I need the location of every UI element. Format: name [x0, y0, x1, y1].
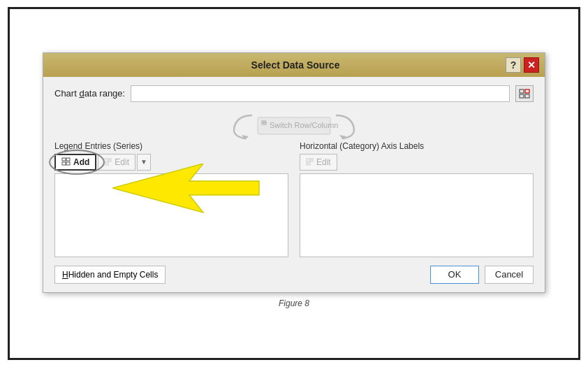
axis-toolbar: Edit — [300, 154, 534, 171]
axis-list — [300, 173, 534, 257]
svg-rect-1 — [525, 89, 529, 93]
ok-button[interactable]: OK — [430, 266, 479, 284]
svg-rect-0 — [520, 89, 524, 93]
curved-arrows-row: Switch Row/Column — [54, 112, 534, 140]
add-series-button[interactable]: Add — [54, 154, 96, 171]
legend-list — [54, 173, 288, 257]
close-button[interactable]: ✕ — [524, 57, 539, 73]
axis-label: Horizontal (Category) Axis Labels — [300, 141, 534, 151]
svg-rect-20 — [307, 163, 310, 165]
dialog-body: Chart data range: — [43, 77, 545, 292]
svg-rect-3 — [525, 94, 529, 98]
svg-rect-12 — [66, 158, 70, 161]
figure-label: Figure 8 — [279, 298, 309, 308]
page-wrapper: Select Data Source ? ✕ Chart data range: — [8, 7, 580, 360]
svg-rect-14 — [66, 162, 70, 165]
ok-cancel-group: OK Cancel — [430, 266, 534, 284]
data-range-row: Chart data range: — [54, 85, 534, 102]
svg-rect-2 — [520, 94, 524, 98]
dialog-title: Select Data Source — [85, 59, 506, 71]
svg-marker-5 — [339, 135, 346, 140]
svg-text:Switch Row/Column: Switch Row/Column — [270, 121, 338, 129]
series-down-button[interactable]: ▼ — [137, 154, 151, 171]
two-panels: Legend Entries (Series) — [54, 141, 534, 257]
legend-toolbar: Add Edit — [54, 154, 288, 171]
legend-label: Legend Entries (Series) — [54, 141, 288, 151]
svg-rect-13 — [62, 162, 66, 165]
svg-rect-15 — [105, 159, 108, 161]
edit-series-button[interactable]: Edit — [98, 154, 135, 171]
titlebar-controls: ? ✕ — [506, 57, 539, 73]
help-button[interactable]: ? — [506, 57, 521, 73]
data-range-label: Chart data range: — [54, 88, 125, 99]
axis-panel: Horizontal (Category) Axis Labels Edit — [300, 141, 534, 257]
dialog-titlebar: Select Data Source ? ✕ — [43, 53, 545, 77]
bottom-row: HHidden and Empty Cells OK Cancel — [54, 266, 534, 284]
svg-rect-16 — [109, 159, 111, 161]
edit-axis-button[interactable]: Edit — [300, 154, 337, 171]
svg-rect-19 — [311, 159, 313, 161]
dialog: Select Data Source ? ✕ Chart data range: — [43, 52, 545, 293]
svg-rect-11 — [62, 158, 66, 161]
hidden-cells-button[interactable]: HHidden and Empty Cells — [54, 266, 166, 284]
svg-rect-18 — [307, 159, 310, 161]
range-picker-button[interactable] — [515, 85, 534, 102]
legend-panel: Legend Entries (Series) — [54, 141, 288, 257]
svg-rect-17 — [105, 163, 108, 165]
cancel-button[interactable]: Cancel — [485, 266, 534, 284]
data-range-input[interactable] — [131, 85, 510, 102]
